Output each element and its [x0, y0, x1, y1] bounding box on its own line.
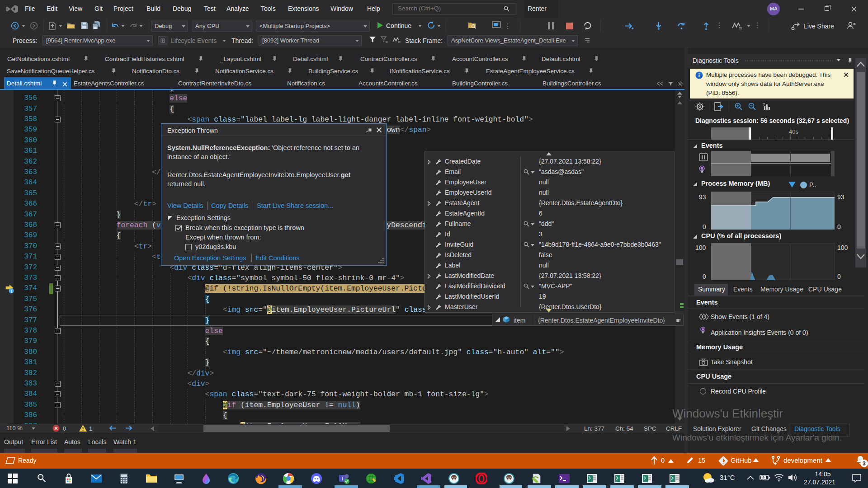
svg-text:?: ?: [763, 102, 765, 107]
svg-text:!: !: [11, 289, 12, 294]
svg-text:T: T: [341, 476, 344, 481]
